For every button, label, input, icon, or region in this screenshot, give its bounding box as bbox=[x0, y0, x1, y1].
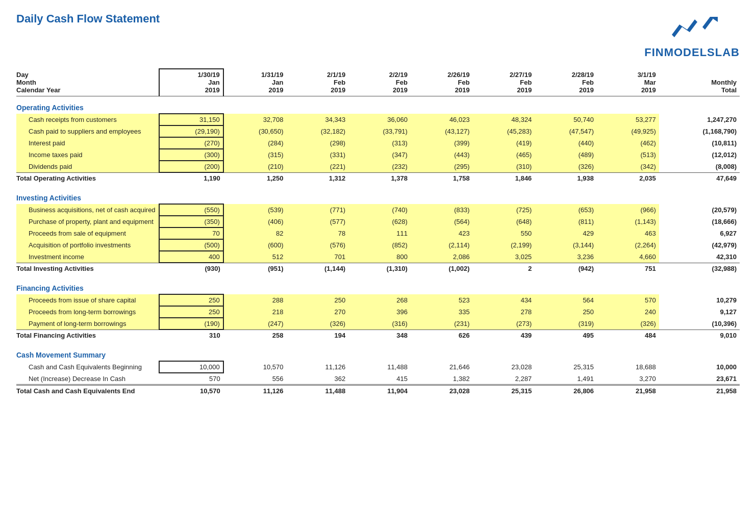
logo-text: FINMODELSLAB bbox=[644, 46, 740, 59]
col-header-7: 3/1/19 Mar 2019 bbox=[597, 69, 659, 96]
table-row: Proceeds from sale of equipment708278111… bbox=[16, 227, 740, 239]
table-row: Proceeds from issue of share capital2502… bbox=[16, 294, 740, 306]
page-title: Daily Cash Flow Statement bbox=[16, 12, 160, 26]
page-header: Daily Cash Flow Statement FINMODELSLAB bbox=[16, 12, 740, 59]
section-header-row: Operating Activities bbox=[16, 96, 740, 114]
table-row: Purchase of property, plant and equipmen… bbox=[16, 216, 740, 227]
label-col-header: Day Month Calendar Year bbox=[16, 69, 159, 96]
total-row: Total Investing Activities(930)(951)(1,1… bbox=[16, 263, 740, 274]
total-row: Total Cash and Cash Equivalents End10,57… bbox=[16, 385, 740, 397]
logo-area: FINMODELSLAB bbox=[644, 14, 740, 59]
table-row: Net (Increase) Decrease In Cash570556362… bbox=[16, 373, 740, 385]
table-row: Cash receipts from customers31,15032,708… bbox=[16, 114, 740, 125]
section-header-row: Cash Movement Summary bbox=[16, 344, 740, 361]
table-row: Income taxes paid(300)(315)(331)(347)(44… bbox=[16, 149, 740, 161]
table-row: Cash paid to suppliers and employees(29,… bbox=[16, 125, 740, 137]
table-row: Payment of long-term borrowings(190)(247… bbox=[16, 318, 740, 330]
table-row: Proceeds from long-term borrowings250218… bbox=[16, 306, 740, 318]
table-row: Interest paid(270)(284)(298)(313)(399)(4… bbox=[16, 137, 740, 149]
col-header-1: 1/31/19 Jan 2019 bbox=[223, 69, 287, 96]
table-row: Cash and Cash Equivalents Beginning10,00… bbox=[16, 361, 740, 373]
total-row: Total Operating Activities1,1901,2501,31… bbox=[16, 172, 740, 184]
col-header-6: 2/28/19 Feb 2019 bbox=[535, 69, 597, 96]
column-header-row: Day Month Calendar Year 1/30/19 Jan 2019… bbox=[16, 69, 740, 96]
section-header-row: Financing Activities bbox=[16, 277, 740, 294]
table-row: Investment income4005127018002,0863,0253… bbox=[16, 251, 740, 263]
col-header-5: 2/27/19 Feb 2019 bbox=[473, 69, 535, 96]
logo-icon bbox=[662, 14, 723, 45]
col-header-monthly: Monthly Total bbox=[659, 69, 740, 96]
total-row: Total Financing Activities31025819434862… bbox=[16, 330, 740, 341]
col-header-2: 2/1/19 Feb 2019 bbox=[286, 69, 348, 96]
table-row: Dividends paid(200)(210)(221)(232)(295)(… bbox=[16, 161, 740, 172]
col-header-0: 1/30/19 Jan 2019 bbox=[159, 69, 223, 96]
table-row: Acquisition of portfolio investments(500… bbox=[16, 239, 740, 251]
col-header-4: 2/26/19 Feb 2019 bbox=[411, 69, 473, 96]
table-row: Business acquisitions, net of cash acqui… bbox=[16, 204, 740, 216]
col-header-3: 2/2/19 Feb 2019 bbox=[348, 69, 411, 96]
title-area: Daily Cash Flow Statement bbox=[16, 12, 160, 30]
cash-flow-table: Day Month Calendar Year 1/30/19 Jan 2019… bbox=[16, 68, 740, 396]
svg-marker-0 bbox=[672, 17, 713, 37]
section-header-row: Investing Activities bbox=[16, 187, 740, 204]
